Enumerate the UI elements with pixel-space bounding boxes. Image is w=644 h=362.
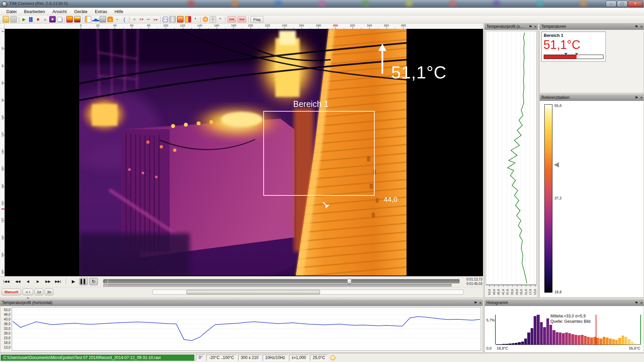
sigma3-button[interactable]: 3σ [45,289,53,295]
menu-geräte[interactable]: Geräte [70,8,91,15]
histogram-bars-icon[interactable]: ▂▅▃ [93,16,98,22]
pin-icon[interactable]: ⚑ [635,300,638,306]
pin-icon[interactable]: ⚑ [529,24,532,29]
toolbar-separator [19,16,19,22]
pin-icon[interactable]: ⚑ [635,95,638,101]
gears-icon[interactable]: * [217,16,223,22]
histogram-bar [505,344,508,345]
measure-area-rectangle[interactable] [263,111,375,196]
mode-row: Manuell < / > 1σ 3σ [0,287,483,297]
sub-icon[interactable]: Sub [227,16,236,22]
palette-shift-icon[interactable]: → [177,16,183,22]
play-icon[interactable]: ► [21,16,27,22]
device-icon[interactable] [100,16,106,22]
fast-forward-button[interactable]: ▶▶ [44,278,52,285]
digits-icon[interactable]: 2:8 [139,16,144,22]
maximize-button[interactable]: ▢ [617,1,628,7]
palette-rainbow-icon[interactable] [74,16,80,22]
histogram-bar [549,325,552,345]
close-panel-icon[interactable]: × [479,300,482,306]
chart-multi-icon[interactable]: ≈ [131,16,137,22]
menu-datei[interactable]: Datei [3,8,20,15]
pin-icon[interactable]: ⚑ [474,300,477,306]
step-range-button[interactable]: < / > [22,289,33,295]
menu-bearbeiten[interactable]: Bearbeiten [20,8,49,15]
pause-icon[interactable]: ▌▌ [28,16,34,22]
status-cell: -20°C ..100°C [206,355,236,361]
area-temperature-widget[interactable]: Bereich 1 51,1°C [541,32,606,62]
menu-hilfe[interactable]: Hilfe [111,8,127,15]
toolbar-separator [129,16,129,22]
pin-icon[interactable]: ⚑ [635,24,638,29]
histogram-bar [537,315,539,345]
file-path: C:\Users\user\Documents\MicroEpsilon\Tes… [1,355,195,361]
palette-hot-icon[interactable] [66,16,73,22]
histogram-right-bound-line[interactable] [640,315,641,345]
step-forward-button[interactable]: ▶ [34,278,42,285]
minimize-button[interactable]: – [606,1,616,7]
camera-icon[interactable] [49,16,56,22]
histogram-left-bound-line[interactable] [495,315,496,345]
status-cell: 25,0°C [310,355,328,361]
flame-icon[interactable] [107,16,113,22]
close-panel-icon[interactable]: × [640,95,643,101]
range-arrow-icon[interactable]: ↦ [153,16,158,22]
histogram-marker-line[interactable] [596,315,596,345]
smooth-icon[interactable] [169,16,176,22]
thermal-viewport[interactable]: 51,1°C Bereich 1 44,0 [5,29,483,276]
save-icon[interactable] [10,16,17,22]
sub-icon[interactable]: Sub [237,16,246,22]
spot-temperature-label: 51,1°C [391,62,447,82]
palette-max-label: 55,6 [554,104,561,108]
snapshot-icon[interactable]: ● [42,16,48,22]
fullscreen-icon[interactable]: ↖↘ [163,17,168,22]
skip-end-button[interactable]: ▶▶| [54,278,62,285]
skip-start-button[interactable]: |◀◀ [2,278,11,285]
manual-mode-button[interactable]: Manuell [2,289,21,295]
histogram-bar [499,344,502,345]
close-button[interactable]: × [628,1,643,7]
rewind-button[interactable]: ◀◀ [13,278,22,285]
titlebar[interactable]: TIM Connect (Rel. 2.8.2138.0) – ▢ × [0,0,644,8]
status-cell: 10Hz/10Hz [263,355,288,361]
palette-arrow-icon[interactable]: ◀ [554,162,559,167]
step-back-button[interactable]: ◀ [23,278,32,285]
bars-yr-icon[interactable] [185,16,191,22]
vertical-profile-tick-label: 53,0 [488,285,491,295]
histogram-bar [612,339,615,345]
hotspot-icon[interactable] [203,16,208,22]
gear-flame-icon[interactable]: * [193,16,198,22]
histogram-bar [521,342,524,345]
close-panel-icon[interactable]: × [640,24,643,29]
flag-icon[interactable]: Flag [251,16,263,22]
image-scrollbar-thumb[interactable] [186,290,320,294]
hruler-label: 40 [110,24,120,27]
loop-button[interactable]: ↻ [89,278,98,285]
hruler-label: 300 [330,24,340,27]
menu-extras[interactable]: Extras [91,8,111,15]
close-panel-icon[interactable]: × [640,300,643,306]
brace-icon[interactable]: { [121,16,127,22]
desktop-blur-decoration [188,1,195,6]
close-panel-icon[interactable]: × [534,24,537,29]
lamp-icon[interactable] [330,355,335,360]
open-icon[interactable] [3,16,9,22]
vertical-profile-tick-label: 45,0 [497,285,500,295]
seek-thumb[interactable] [347,279,352,284]
record-icon[interactable]: ■ [35,16,41,22]
seek-bar[interactable] [103,279,460,283]
palette-gradient-bar[interactable] [544,104,552,293]
markers-icon[interactable]: ▪▪▪ [146,16,151,22]
curve-icon[interactable]: ~ [114,16,120,22]
copy-icon[interactable] [57,17,62,22]
tree-icon[interactable]: ┼ [210,16,216,22]
layout-arrow-icon[interactable] [85,16,91,22]
app-icon [2,1,7,7]
vertical-profile-tick-label: 29,0 [515,285,519,295]
play-button[interactable]: ▶ [69,278,78,285]
menu-ansicht[interactable]: Ansicht [49,8,70,15]
image-scrollbar[interactable] [153,290,464,295]
sigma1-button[interactable]: 1σ [35,289,43,295]
pause-button[interactable]: ▌▌ [79,278,88,285]
snap-mode-button[interactable]: ▫▫ [99,278,108,285]
